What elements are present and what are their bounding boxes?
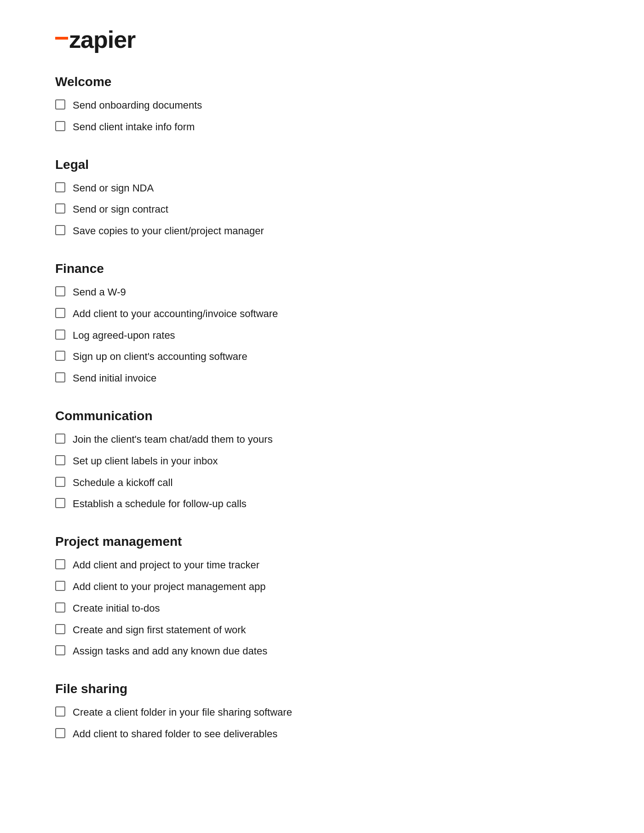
list-item: Save copies to your client/project manag…: [55, 224, 589, 238]
list-item: Set up client labels in your inbox: [55, 454, 589, 469]
item-text: Send onboarding documents: [73, 98, 589, 113]
checkbox[interactable]: [55, 581, 65, 591]
list-item: Sign up on client's accounting software: [55, 350, 589, 364]
checkbox[interactable]: [55, 203, 65, 214]
item-text: Join the client's team chat/add them to …: [73, 433, 589, 447]
section-finance: FinanceSend a W-9Add client to your acco…: [55, 261, 589, 386]
item-text: Schedule a kickoff call: [73, 476, 589, 490]
section-title-project-management: Project management: [55, 534, 589, 549]
list-item: Create initial to-dos: [55, 602, 589, 616]
section-title-communication: Communication: [55, 409, 589, 423]
checkbox[interactable]: [55, 182, 65, 192]
checklist-finance: Send a W-9Add client to your accounting/…: [55, 285, 589, 386]
item-text: Sign up on client's accounting software: [73, 350, 589, 364]
item-text: Send or sign NDA: [73, 181, 589, 196]
checkbox[interactable]: [55, 624, 65, 634]
item-text: Send initial invoice: [73, 371, 589, 386]
checkbox[interactable]: [55, 602, 65, 613]
checkbox[interactable]: [55, 706, 65, 717]
sections-container: WelcomeSend onboarding documentsSend cli…: [55, 75, 589, 741]
list-item: Send onboarding documents: [55, 98, 589, 113]
list-item: Join the client's team chat/add them to …: [55, 433, 589, 447]
list-item: Send or sign contract: [55, 202, 589, 217]
checklist-welcome: Send onboarding documentsSend client int…: [55, 98, 589, 134]
list-item: Add client and project to your time trac…: [55, 558, 589, 573]
checkbox[interactable]: [55, 308, 65, 318]
logo-text: zapier: [69, 28, 135, 52]
list-item: Add client to your accounting/invoice so…: [55, 307, 589, 321]
checkbox[interactable]: [55, 372, 65, 382]
checkbox[interactable]: [55, 498, 65, 508]
item-text: Save copies to your client/project manag…: [73, 224, 589, 238]
list-item: Establish a schedule for follow-up calls: [55, 497, 589, 511]
item-text: Set up client labels in your inbox: [73, 454, 589, 469]
checkbox[interactable]: [55, 455, 65, 465]
item-text: Add client to your accounting/invoice so…: [73, 307, 589, 321]
section-project-management: Project managementAdd client and project…: [55, 534, 589, 659]
section-title-welcome: Welcome: [55, 75, 589, 89]
list-item: Send client intake info form: [55, 120, 589, 134]
list-item: Send a W-9: [55, 285, 589, 300]
checklist-project-management: Add client and project to your time trac…: [55, 558, 589, 659]
list-item: Assign tasks and add any known due dates: [55, 644, 589, 659]
checklist-file-sharing: Create a client folder in your file shar…: [55, 706, 589, 741]
item-text: Create a client folder in your file shar…: [73, 706, 589, 720]
list-item: Add client to shared folder to see deliv…: [55, 727, 589, 741]
checkbox[interactable]: [55, 434, 65, 444]
section-file-sharing: File sharingCreate a client folder in yo…: [55, 682, 589, 741]
checkbox[interactable]: [55, 99, 65, 110]
checkbox[interactable]: [55, 477, 65, 487]
checkbox[interactable]: [55, 728, 65, 738]
logo: zapier: [55, 28, 589, 52]
list-item: Add client to your project management ap…: [55, 580, 589, 594]
checkbox[interactable]: [55, 645, 65, 655]
list-item: Send initial invoice: [55, 371, 589, 386]
item-text: Add client and project to your time trac…: [73, 558, 589, 573]
logo-dash: [55, 37, 68, 40]
list-item: Create a client folder in your file shar…: [55, 706, 589, 720]
item-text: Create and sign first statement of work: [73, 623, 589, 637]
item-text: Send or sign contract: [73, 202, 589, 217]
item-text: Log agreed-upon rates: [73, 329, 589, 343]
section-legal: LegalSend or sign NDASend or sign contra…: [55, 157, 589, 238]
section-title-file-sharing: File sharing: [55, 682, 589, 696]
section-communication: CommunicationJoin the client's team chat…: [55, 409, 589, 511]
checkbox[interactable]: [55, 559, 65, 569]
section-title-legal: Legal: [55, 157, 589, 172]
checkbox[interactable]: [55, 330, 65, 340]
section-title-finance: Finance: [55, 261, 589, 276]
section-welcome: WelcomeSend onboarding documentsSend cli…: [55, 75, 589, 134]
logo-container: zapier: [55, 28, 589, 52]
item-text: Add client to your project management ap…: [73, 580, 589, 594]
checkbox[interactable]: [55, 225, 65, 235]
list-item: Schedule a kickoff call: [55, 476, 589, 490]
list-item: Send or sign NDA: [55, 181, 589, 196]
checkbox[interactable]: [55, 286, 65, 296]
list-item: Create and sign first statement of work: [55, 623, 589, 637]
checkbox[interactable]: [55, 121, 65, 131]
checklist-communication: Join the client's team chat/add them to …: [55, 433, 589, 511]
list-item: Log agreed-upon rates: [55, 329, 589, 343]
checklist-legal: Send or sign NDASend or sign contractSav…: [55, 181, 589, 238]
item-text: Send a W-9: [73, 285, 589, 300]
item-text: Create initial to-dos: [73, 602, 589, 616]
checkbox[interactable]: [55, 351, 65, 361]
item-text: Add client to shared folder to see deliv…: [73, 727, 589, 741]
item-text: Establish a schedule for follow-up calls: [73, 497, 589, 511]
item-text: Assign tasks and add any known due dates: [73, 644, 589, 659]
item-text: Send client intake info form: [73, 120, 589, 134]
